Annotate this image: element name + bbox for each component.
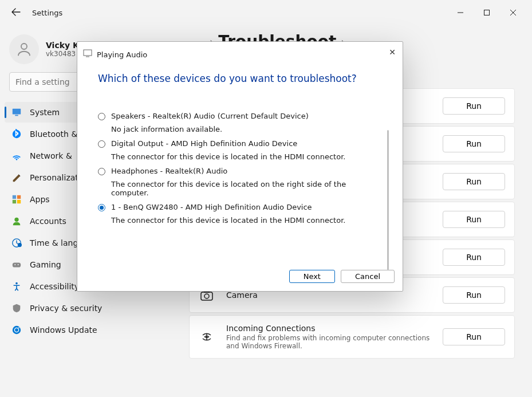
personalization-icon — [11, 172, 22, 183]
svg-rect-1 — [484, 10, 490, 15]
scrollbar[interactable] — [387, 130, 389, 270]
card-subtitle: Find and fix problems with incoming comp… — [226, 334, 431, 350]
update-icon — [11, 325, 22, 335]
bluetooth-icon — [11, 129, 22, 139]
close-button[interactable] — [500, 3, 526, 22]
title-bar: Settings — [0, 0, 532, 25]
svg-point-17 — [14, 264, 15, 265]
run-button[interactable]: Run — [443, 211, 505, 228]
device-option-label: Headphones - Realtek(R) Audio — [111, 167, 227, 175]
svg-point-15 — [18, 243, 22, 247]
sidebar-item-label: System — [30, 108, 60, 117]
sidebar-item-label: Accessibility — [30, 282, 79, 291]
signal-icon — [199, 329, 215, 345]
svg-rect-9 — [13, 195, 16, 199]
sidebar-item-label: Network & — [30, 151, 72, 160]
run-button[interactable]: Run — [443, 97, 505, 115]
svg-point-24 — [206, 336, 208, 338]
system-icon — [11, 107, 22, 117]
sidebar-item-label: Time & lang — [30, 238, 78, 247]
sidebar-item-label: Gaming — [30, 260, 61, 269]
run-button[interactable]: Run — [443, 286, 505, 304]
radio-icon — [98, 113, 105, 120]
sidebar-item-privacy[interactable]: Privacy & security — [5, 298, 168, 319]
device-option-label: Speakers - Realtek(R) Audio (Current Def… — [111, 112, 309, 120]
radio-icon — [98, 204, 105, 211]
sidebar-item-label: Privacy & security — [30, 304, 102, 313]
cancel-button[interactable]: Cancel — [341, 270, 395, 283]
run-button[interactable]: Run — [443, 135, 505, 152]
dialog-header: Playing Audio ✕ — [77, 42, 403, 67]
svg-rect-6 — [15, 115, 18, 116]
run-button[interactable]: Run — [443, 249, 505, 266]
card-title: Incoming Connections — [226, 324, 431, 333]
device-option-label: 1 - BenQ GW2480 - AMD High Definition Au… — [111, 203, 312, 211]
sidebar-item-update[interactable]: Windows Update — [5, 320, 168, 340]
run-button[interactable]: Run — [443, 328, 505, 345]
device-option-desc: The connector for this device is located… — [111, 180, 369, 197]
troubleshooter-dialog: Playing Audio ✕ Which of these devices d… — [77, 41, 403, 292]
svg-rect-25 — [84, 50, 92, 56]
time-icon — [11, 238, 22, 248]
dialog-heading: Which of these devices do you want to tr… — [98, 73, 379, 84]
svg-rect-16 — [13, 262, 21, 267]
window-title: Settings — [32, 9, 62, 17]
svg-rect-12 — [17, 200, 21, 203]
user-name: Vicky K — [46, 41, 79, 50]
card-title: Camera — [226, 290, 431, 300]
privacy-icon — [11, 303, 22, 313]
accounts-icon — [11, 216, 22, 226]
maximize-button[interactable] — [474, 3, 500, 22]
svg-point-20 — [13, 326, 21, 334]
device-option[interactable]: Headphones - Realtek(R) Audio — [98, 167, 369, 175]
device-option-list: Speakers - Realtek(R) Audio (Current Def… — [98, 112, 379, 225]
run-button[interactable]: Run — [443, 173, 505, 190]
back-button[interactable] — [6, 2, 26, 23]
radio-icon — [98, 140, 105, 148]
sidebar-item-label: Windows Update — [30, 325, 97, 335]
svg-rect-21 — [201, 292, 212, 300]
close-icon: ✕ — [389, 48, 396, 57]
avatar — [9, 34, 39, 64]
svg-rect-11 — [13, 200, 16, 203]
accessibility-icon — [11, 281, 22, 292]
svg-point-19 — [15, 282, 18, 285]
sidebar-item-label: Apps — [30, 195, 50, 204]
svg-rect-5 — [13, 109, 21, 115]
svg-point-18 — [18, 264, 19, 265]
dialog-footer: Next Cancel — [77, 261, 403, 291]
sidebar-item-label: Bluetooth & — [30, 129, 77, 139]
device-option-desc: The connector for this device is located… — [111, 216, 369, 225]
apps-icon — [11, 194, 22, 205]
device-option[interactable]: Speakers - Realtek(R) Audio (Current Def… — [98, 112, 369, 120]
next-button[interactable]: Next — [289, 270, 335, 283]
user-email: vk30483 — [46, 50, 79, 58]
sidebar-item-label: Personalizati — [30, 173, 81, 182]
svg-point-22 — [204, 294, 209, 298]
device-option-desc: The connector for this device is located… — [111, 152, 369, 161]
network-icon — [11, 151, 22, 161]
gaming-icon — [11, 260, 22, 270]
svg-point-8 — [16, 159, 18, 160]
device-option[interactable]: 1 - BenQ GW2480 - AMD High Definition Au… — [98, 203, 369, 211]
dialog-app-title: Playing Audio — [97, 50, 147, 59]
minimize-button[interactable] — [447, 3, 474, 22]
sidebar-item-label: Accounts — [30, 217, 66, 226]
device-option[interactable]: Digital Output - AMD High Definition Aud… — [98, 139, 369, 148]
radio-icon — [98, 168, 105, 175]
svg-rect-10 — [17, 195, 21, 199]
svg-point-2 — [21, 44, 27, 49]
dialog-close-button[interactable]: ✕ — [387, 46, 398, 58]
troubleshooter-card: Incoming ConnectionsFind and fix problem… — [189, 315, 515, 359]
svg-point-13 — [14, 218, 18, 222]
device-option-label: Digital Output - AMD High Definition Aud… — [111, 139, 297, 148]
device-option-desc: No jack information available. — [111, 125, 369, 133]
troubleshoot-icon — [83, 49, 92, 60]
arrow-left-icon — [11, 7, 21, 18]
